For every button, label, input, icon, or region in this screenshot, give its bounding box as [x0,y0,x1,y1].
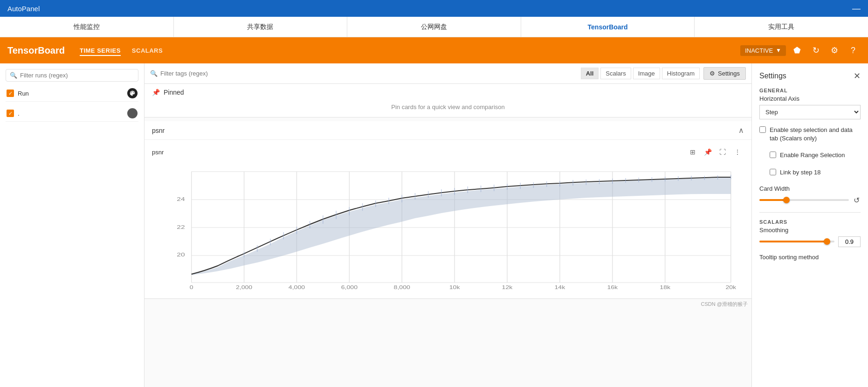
tag-filter-input[interactable] [160,70,254,77]
view-btn-scalars[interactable]: Scalars [600,68,631,79]
minimize-icon[interactable]: — [852,4,861,14]
svg-text:24: 24 [177,196,185,202]
link-by-step-checkbox[interactable] [770,169,776,175]
horizontal-axis-select[interactable]: Step Relative Wall [759,105,861,119]
settings-close-icon[interactable]: ✕ [854,71,861,81]
svg-text:14k: 14k [555,285,566,290]
svg-text:10k: 10k [449,285,461,290]
svg-text:12k: 12k [502,285,513,290]
smoothing-thumb[interactable] [824,238,830,245]
pin-icon: 📌 [152,89,160,96]
svg-text:0: 0 [190,285,193,290]
card-width-reset-icon[interactable]: ↺ [853,195,861,206]
nav-item-tb[interactable]: TensorBoard [521,17,695,37]
enable-step-selection-checkbox[interactable] [759,126,766,133]
link-by-step-row: Link by step 18 [770,168,861,177]
svg-text:20k: 20k [725,285,737,290]
enable-range-selection-label[interactable]: Enable Range Selection [780,151,845,159]
svg-text:20: 20 [177,252,185,257]
run-row-dot: . [6,105,138,122]
psnr-section-title: psnr [152,127,738,134]
pinned-section: 📌 Pinned Pin cards for a quick view and … [145,84,751,117]
settings-panel-header: Settings ✕ [759,71,861,81]
chart-area: 📌 Pinned Pin cards for a quick view and … [145,84,751,387]
dropdown-arrow-icon: ▼ [776,47,781,54]
scalars-section: SCALARS Smoothing [759,219,861,247]
settings-gear-icon: ⚙ [710,70,715,77]
chart-card-psnr: psnr ⊞ 📌 ⛶ ⋮ [145,140,751,298]
nav-item-tools[interactable]: 实用工具 [695,17,868,37]
left-sidebar: 🔍 Run . [0,63,145,387]
settings-general-label: GENERAL [759,88,861,93]
smoothing-value-input[interactable] [838,236,861,247]
smoothing-track [759,241,834,242]
pinned-placeholder: Pin cards for a quick view and compariso… [152,99,744,112]
enable-step-selection-label[interactable]: Enable step selection and data tab (Scal… [770,126,861,143]
scalars-section-label: SCALARS [759,219,861,225]
fullscreen-chart-icon[interactable]: ⛶ [716,145,729,159]
psnr-section-header[interactable]: psnr ∧ [145,121,751,140]
svg-text:6,000: 6,000 [341,285,358,290]
divider [759,212,861,213]
tb-header: TensorBoard TIME SERIES SCALARS INACTIVE… [0,37,868,63]
chart-svg-container: 20 22 24 0 2,000 4,000 6,000 8,000 10k 1… [152,162,744,293]
link-by-step-label[interactable]: Link by step 18 [780,168,820,177]
svg-text:22: 22 [177,224,185,230]
tb-nav-timeseries[interactable]: TIME SERIES [80,45,121,56]
chart-actions: ⊞ 📌 ⛶ ⋮ [686,145,744,159]
card-width-slider-container [759,195,849,205]
svg-text:4,000: 4,000 [289,285,305,290]
main-content: 🔍 All Scalars Image Histogram ⚙ Settings… [145,63,751,387]
run-label-dot: . [18,110,127,117]
card-width-slider-row: ↺ [759,195,861,206]
main-layout: 🔍 Run . 🔍 All Scalars [0,63,868,387]
svg-text:8,000: 8,000 [394,285,411,290]
settings-button[interactable]: ⚙ Settings [703,67,746,80]
view-btn-all[interactable]: All [581,68,599,79]
filter-bar: 🔍 All Scalars Image Histogram ⚙ Settings [145,63,751,84]
enable-range-selection-checkbox[interactable] [770,152,776,158]
nav-item-cloud[interactable]: 公网网盘 [347,17,521,37]
filter-search-icon: 🔍 [150,70,158,77]
card-width-section: Card Width ↺ [759,185,861,206]
run-filter-input[interactable] [20,72,134,79]
horizontal-axis-label: Horizontal Axis [759,95,861,102]
psnr-chart-svg: 20 22 24 0 2,000 4,000 6,000 8,000 10k 1… [152,162,744,293]
smoothing-fill [759,241,827,242]
svg-text:2,000: 2,000 [236,285,253,290]
pin-chart-icon[interactable]: 📌 [701,145,714,159]
top-bar: AutoPanel — [0,0,868,17]
smoothing-slider-row [759,236,861,247]
pinned-header: 📌 Pinned [152,89,744,96]
card-width-track [759,199,849,201]
tb-nav-scalars[interactable]: SCALARS [132,45,163,56]
nav-item-share[interactable]: 共享数据 [174,17,348,37]
card-width-fill [759,199,786,201]
settings-icon[interactable]: ⚙ [827,43,842,58]
svg-text:18k: 18k [660,285,671,290]
settings-panel-title: Settings [759,72,786,80]
card-width-thumb[interactable] [783,197,790,203]
expand-chart-icon[interactable]: ⊞ [686,145,699,159]
more-chart-icon[interactable]: ⋮ [731,145,744,159]
run-label-run: Run [18,90,127,97]
settings-btn-label: Settings [718,70,740,77]
inactive-badge[interactable]: INACTIVE ▼ [740,45,786,56]
run-search-box[interactable]: 🔍 [6,69,138,82]
tooltip-sorting-label: Tooltip sorting method [759,254,861,261]
run-checkbox-dot[interactable] [7,110,14,117]
run-checkbox-run[interactable] [7,90,14,97]
search-icon: 🔍 [10,72,17,79]
nav-item-perf[interactable]: 性能监控 [0,17,174,37]
view-btn-image[interactable]: Image [633,68,660,79]
run-row-run: Run [6,85,138,102]
chart-card-header: psnr ⊞ 📌 ⛶ ⋮ [152,145,744,159]
tb-logo: TensorBoard [7,45,65,56]
view-btn-histogram[interactable]: Histogram [662,68,700,79]
palette-icon[interactable]: ⬟ [790,43,805,58]
refresh-icon[interactable]: ↻ [808,43,823,58]
chart-card-title: psnr [152,149,686,156]
settings-general-section: GENERAL Horizontal Axis Step Relative Wa… [759,88,861,119]
help-icon[interactable]: ? [846,43,861,58]
card-width-label: Card Width [759,185,861,192]
